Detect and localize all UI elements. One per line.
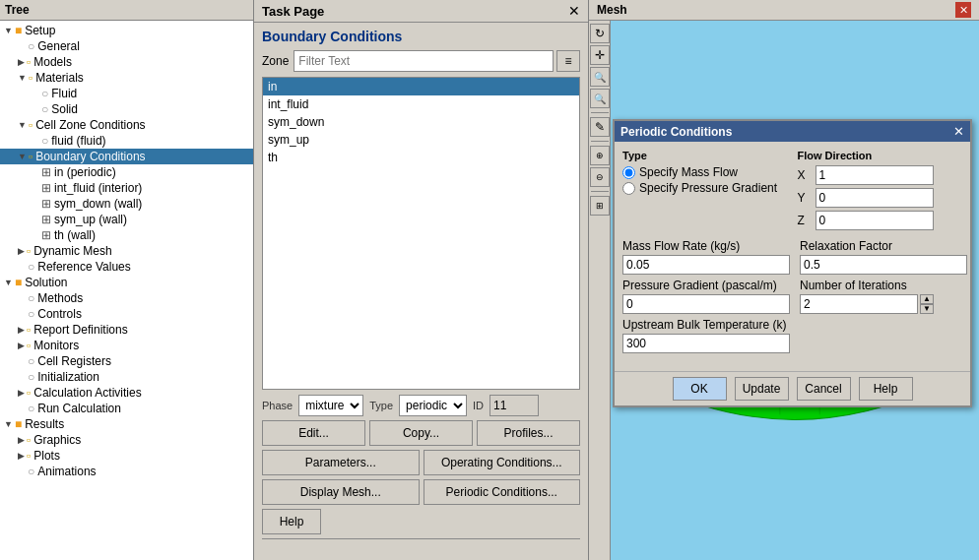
tree-item-methods[interactable]: ○Methods — [0, 290, 253, 306]
update-button[interactable]: Update — [735, 377, 789, 401]
tree-item-controls[interactable]: ○Controls — [0, 306, 253, 322]
help-button[interactable]: Help — [262, 509, 321, 534]
tree-item-solid[interactable]: ○Solid — [0, 101, 253, 117]
tree-item-sym-up[interactable]: ⊞sym_up (wall) — [0, 212, 253, 227]
periodic-conditions-button[interactable]: Periodic Conditions... — [424, 479, 581, 505]
tree-item-cell-registers[interactable]: ○Cell Registers — [0, 353, 253, 369]
tree-item-monitors[interactable]: ▶▫Monitors — [0, 338, 253, 353]
edit-button[interactable]: Edit... — [262, 420, 365, 446]
tree-toggle-monitors[interactable]: ▶ — [18, 341, 25, 350]
tree-item-int-fluid[interactable]: ⊞int_fluid (interior) — [0, 180, 253, 196]
tree-item-calc-activities[interactable]: ▶▫Calculation Activities — [0, 385, 253, 401]
zone-item-int_fluid[interactable]: int_fluid — [263, 95, 579, 113]
toolbar-zoom-in-button[interactable]: 🔍 — [590, 67, 610, 87]
tree-item-reference-values[interactable]: ○Reference Values — [0, 259, 253, 275]
z-input[interactable] — [816, 211, 934, 230]
tree-item-general[interactable]: ○General — [0, 38, 253, 54]
toolbar-move-button[interactable]: ✛ — [590, 45, 610, 65]
leaf-icon-fluid: ○ — [41, 87, 48, 100]
tree-toggle-calc-activities[interactable]: ▶ — [18, 388, 25, 398]
tree-item-report-defs[interactable]: ▶▫Report Definitions — [0, 322, 253, 338]
tree-item-materials[interactable]: ▼▫Materials — [0, 70, 253, 86]
num-iterations-up[interactable]: ▲ — [920, 294, 934, 304]
id-input[interactable] — [490, 395, 539, 416]
tree-toggle-materials[interactable]: ▼ — [18, 73, 27, 83]
tree-item-solution[interactable]: ▼■Solution — [0, 275, 253, 290]
profiles-button[interactable]: Profiles... — [477, 420, 580, 446]
specify-mass-flow-radio-label[interactable]: Specify Mass Flow — [622, 165, 788, 179]
zone-list[interactable]: inint_fluidsym_downsym_upth — [262, 77, 580, 390]
tree-toggle-boundary[interactable]: ▼ — [18, 152, 27, 161]
x-input[interactable] — [816, 165, 934, 185]
specify-pressure-gradient-radio[interactable] — [622, 182, 635, 195]
tree-item-fluid[interactable]: ○Fluid — [0, 86, 253, 101]
toolbar-zoom-box-out-button[interactable]: ⊖ — [590, 167, 610, 187]
tree-item-setup[interactable]: ▼■Setup — [0, 23, 253, 38]
parameters-button[interactable]: Parameters... — [262, 450, 420, 475]
tree-toggle-graphics[interactable]: ▶ — [18, 435, 25, 445]
tree-toggle-dynamic-mesh[interactable]: ▶ — [18, 246, 25, 256]
flow-dir-x-row: X — [798, 165, 963, 185]
mass-flow-rate-input[interactable] — [622, 255, 790, 275]
operating-conditions-button[interactable]: Operating Conditions... — [424, 450, 581, 475]
leaf-icon-reference-values: ○ — [28, 260, 34, 274]
left-fields-col: Mass Flow Rate (kg/s) Pressure Gradient … — [622, 239, 790, 357]
specify-pressure-gradient-radio-label[interactable]: Specify Pressure Gradient — [622, 181, 788, 195]
tree-body[interactable]: ▼■Setup○General▶▫Models▼▫Materials○Fluid… — [0, 21, 253, 560]
tree-toggle-cell-zone[interactable]: ▼ — [18, 120, 27, 130]
tree-toggle-models[interactable]: ▶ — [18, 57, 25, 67]
cancel-button[interactable]: Cancel — [797, 377, 851, 401]
tree-item-dynamic-mesh[interactable]: ▶▫Dynamic Mesh — [0, 243, 253, 259]
toolbar-zoom-box-in-button[interactable]: ⊕ — [590, 146, 610, 165]
leaf-icon-controls: ○ — [28, 307, 34, 321]
tree-item-cell-zone[interactable]: ▼▫Cell Zone Conditions — [0, 117, 253, 133]
y-input[interactable] — [816, 188, 934, 208]
tree-item-th-wall[interactable]: ⊞th (wall) — [0, 227, 253, 243]
task-close-button[interactable]: ✕ — [568, 3, 580, 19]
toolbar-grid-button[interactable]: ⊞ — [590, 196, 610, 216]
tree-item-plots[interactable]: ▶▫Plots — [0, 448, 253, 464]
tree-toggle-setup[interactable]: ▼ — [4, 26, 13, 35]
toolbar-rotate-button[interactable]: ↻ — [590, 24, 610, 43]
tree-item-models[interactable]: ▶▫Models — [0, 54, 253, 70]
relaxation-factor-input[interactable] — [800, 255, 967, 275]
tree-item-results[interactable]: ▼■Results — [0, 416, 253, 432]
tree-item-in-periodic[interactable]: ⊞in (periodic) — [0, 164, 253, 180]
tree-item-run-calculation[interactable]: ○Run Calculation — [0, 401, 253, 416]
tree-item-boundary[interactable]: ▼▫Boundary Conditions — [0, 149, 253, 164]
bc-title: Boundary Conditions — [262, 29, 580, 44]
zone-item-sym_up[interactable]: sym_up — [263, 131, 579, 149]
horizontal-scrollbar[interactable] — [262, 538, 580, 554]
zone-item-th[interactable]: th — [263, 149, 579, 166]
viewport-close-button[interactable]: ✕ — [955, 2, 971, 18]
toolbar-zoom-out-button[interactable]: 🔍 — [590, 89, 610, 108]
pressure-gradient-input[interactable] — [622, 294, 790, 314]
display-mesh-button[interactable]: Display Mesh... — [262, 479, 420, 505]
num-iterations-down[interactable]: ▼ — [920, 304, 934, 314]
tree-toggle-results[interactable]: ▼ — [4, 419, 13, 429]
dialog-close-button[interactable]: ✕ — [953, 124, 964, 139]
tree-item-fluid-cz[interactable]: ○fluid (fluid) — [0, 133, 253, 149]
ok-button[interactable]: OK — [673, 377, 727, 401]
filter-button[interactable]: ≡ — [556, 50, 580, 72]
upstream-bulk-temp-input[interactable] — [622, 334, 790, 353]
dialog-help-button[interactable]: Help — [859, 377, 913, 401]
folder-icon-boundary: ▫ — [29, 150, 33, 163]
tree-item-graphics[interactable]: ▶▫Graphics — [0, 432, 253, 448]
copy-button[interactable]: Copy... — [369, 420, 473, 446]
zone-item-sym_down[interactable]: sym_down — [263, 113, 579, 131]
tree-item-sym-down[interactable]: ⊞sym_down (wall) — [0, 196, 253, 212]
tree-toggle-plots[interactable]: ▶ — [18, 451, 25, 461]
toolbar-pencil-button[interactable]: ✎ — [590, 117, 610, 137]
phase-select[interactable]: mixture — [298, 395, 363, 416]
specify-mass-flow-radio[interactable] — [622, 166, 635, 179]
num-iterations-spinner[interactable]: ▲ ▼ — [920, 294, 934, 314]
tree-toggle-solution[interactable]: ▼ — [4, 278, 13, 287]
zone-filter-input[interactable] — [294, 50, 554, 72]
tree-item-animations[interactable]: ○Animations — [0, 464, 253, 479]
tree-item-initialization[interactable]: ○Initialization — [0, 369, 253, 385]
num-iterations-input[interactable] — [800, 294, 918, 314]
zone-item-in[interactable]: in — [263, 78, 579, 95]
type-select[interactable]: periodic — [399, 395, 467, 416]
tree-toggle-report-defs[interactable]: ▶ — [18, 325, 25, 335]
